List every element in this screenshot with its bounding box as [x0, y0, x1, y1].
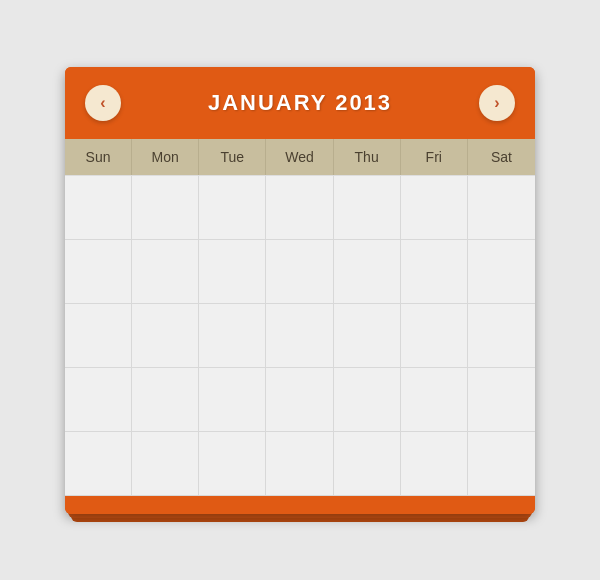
calendar-cell[interactable] [334, 304, 401, 368]
calendar-cell[interactable] [401, 432, 468, 496]
calendar-cell[interactable] [132, 240, 199, 304]
calendar-header: ‹ JANUARY 2013 › [65, 67, 535, 139]
calendar-cell[interactable] [266, 240, 333, 304]
calendar: ‹ JANUARY 2013 › Sun Mon Tue Wed Thu Fri… [65, 67, 535, 514]
calendar-wrapper: ‹ JANUARY 2013 › Sun Mon Tue Wed Thu Fri… [65, 67, 535, 514]
calendar-cell[interactable] [468, 304, 535, 368]
day-headers: Sun Mon Tue Wed Thu Fri Sat [65, 139, 535, 175]
calendar-cell[interactable] [266, 176, 333, 240]
calendar-cell[interactable] [199, 176, 266, 240]
calendar-cell[interactable] [132, 176, 199, 240]
day-header-thu: Thu [334, 139, 401, 175]
calendar-cell[interactable] [65, 432, 132, 496]
next-icon: › [494, 94, 499, 112]
calendar-cell[interactable] [65, 304, 132, 368]
calendar-cell[interactable] [334, 432, 401, 496]
calendar-cell[interactable] [401, 240, 468, 304]
calendar-cell[interactable] [199, 432, 266, 496]
calendar-cell[interactable] [65, 240, 132, 304]
calendar-title: JANUARY 2013 [208, 90, 392, 116]
calendar-grid [65, 175, 535, 496]
calendar-cell[interactable] [132, 368, 199, 432]
calendar-cell[interactable] [199, 304, 266, 368]
calendar-cell[interactable] [65, 368, 132, 432]
day-header-tue: Tue [199, 139, 266, 175]
prev-month-button[interactable]: ‹ [85, 85, 121, 121]
calendar-footer [65, 496, 535, 514]
calendar-cell[interactable] [266, 368, 333, 432]
calendar-cell[interactable] [132, 304, 199, 368]
next-month-button[interactable]: › [479, 85, 515, 121]
calendar-cell[interactable] [401, 176, 468, 240]
calendar-cell[interactable] [266, 432, 333, 496]
calendar-cell[interactable] [266, 304, 333, 368]
calendar-cell[interactable] [334, 368, 401, 432]
calendar-cell[interactable] [199, 240, 266, 304]
calendar-cell[interactable] [199, 368, 266, 432]
day-header-wed: Wed [266, 139, 333, 175]
calendar-cell[interactable] [468, 432, 535, 496]
prev-icon: ‹ [100, 94, 105, 112]
calendar-cell[interactable] [401, 304, 468, 368]
calendar-cell[interactable] [468, 368, 535, 432]
day-header-mon: Mon [132, 139, 199, 175]
calendar-cell[interactable] [468, 240, 535, 304]
day-header-sun: Sun [65, 139, 132, 175]
day-header-fri: Fri [401, 139, 468, 175]
calendar-cell[interactable] [334, 176, 401, 240]
calendar-cell[interactable] [401, 368, 468, 432]
calendar-cell[interactable] [65, 176, 132, 240]
calendar-cell[interactable] [468, 176, 535, 240]
day-header-sat: Sat [468, 139, 535, 175]
calendar-cell[interactable] [334, 240, 401, 304]
calendar-cell[interactable] [132, 432, 199, 496]
